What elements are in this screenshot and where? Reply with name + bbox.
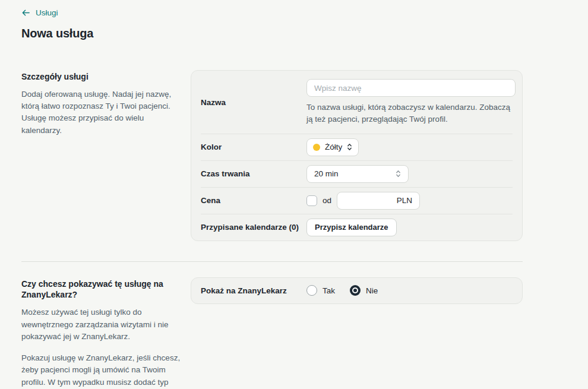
currency-suffix: PLN xyxy=(397,196,412,205)
price-from-checkbox[interactable] xyxy=(306,195,317,206)
duration-select-value: 20 min xyxy=(314,169,339,178)
details-heading: Szczegóły usługi xyxy=(21,71,182,83)
name-label: Nazwa xyxy=(201,98,306,107)
row-color: Kolor Żółty xyxy=(191,134,522,160)
radio-tak-label: Tak xyxy=(323,286,335,295)
price-input[interactable] xyxy=(344,195,397,205)
chevron-up-down-icon xyxy=(347,143,352,151)
row-calendars: Przypisane kalendarze (0) Przypisz kalen… xyxy=(191,214,522,241)
section-divider xyxy=(21,261,523,262)
name-helper-text: To nazwa usługi, którą zobaczysz w kalen… xyxy=(306,102,516,126)
visibility-panel: Pokaż na ZnanyLekarz Tak Nie xyxy=(191,277,523,304)
radio-nie-label: Nie xyxy=(366,286,378,295)
row-duration: Czas trwania 20 min xyxy=(191,161,522,187)
price-label: Cena xyxy=(201,196,306,205)
price-from-label: od xyxy=(323,196,331,205)
row-price: Cena od PLN xyxy=(191,188,522,214)
details-description: Dodaj oferowaną usługę. Nadaj jej nazwę,… xyxy=(21,88,182,137)
details-panel: Nazwa To nazwa usługi, którą zobaczysz w… xyxy=(191,70,523,241)
radio-option-tak[interactable]: Tak xyxy=(306,285,335,296)
visibility-paragraph-1: Możesz używać tej usługi tylko do wewnęt… xyxy=(21,306,182,343)
row-show-on-znanylekarz: Pokaż na ZnanyLekarz Tak Nie xyxy=(191,278,522,303)
name-input[interactable] xyxy=(306,79,516,97)
duration-label: Czas trwania xyxy=(201,169,306,178)
section-service-details: Szczegóły usługi Dodaj oferowaną usługę.… xyxy=(21,70,523,241)
radio-selected-icon[interactable] xyxy=(350,285,361,296)
back-link[interactable]: Usługi xyxy=(21,8,58,17)
assign-calendars-button[interactable]: Przypisz kalendarze xyxy=(306,219,397,236)
color-label: Kolor xyxy=(201,143,306,151)
radio-group: Tak Nie xyxy=(306,285,378,296)
color-select[interactable]: Żółty xyxy=(306,138,359,156)
color-swatch-icon xyxy=(313,144,320,151)
color-select-value: Żółty xyxy=(325,143,342,151)
arrow-left-icon xyxy=(21,8,30,17)
radio-option-nie[interactable]: Nie xyxy=(350,285,378,296)
radio-unselected-icon[interactable] xyxy=(306,285,317,296)
calendars-label: Przypisane kalendarze (0) xyxy=(201,223,306,232)
page: Usługi Nowa usługa Szczegóły usługi Doda… xyxy=(0,0,588,389)
section-visibility: Czy chcesz pokazywać tę usługę na ZnanyL… xyxy=(21,277,523,389)
back-link-label: Usługi xyxy=(36,8,58,17)
duration-select[interactable]: 20 min xyxy=(306,165,409,183)
chevron-up-down-icon xyxy=(396,169,401,178)
visibility-heading: Czy chcesz pokazywać tę usługę na ZnanyL… xyxy=(21,279,182,301)
page-title: Nowa usługa xyxy=(21,27,523,40)
row-name: Nazwa To nazwa usługi, którą zobaczysz w… xyxy=(191,71,522,134)
visibility-paragraph-2: Pokazuj usługę w ZnanyLekarz, jeśli chce… xyxy=(21,352,182,389)
show-on-znanylekarz-label: Pokaż na ZnanyLekarz xyxy=(201,286,306,295)
price-input-shell: PLN xyxy=(337,192,420,210)
